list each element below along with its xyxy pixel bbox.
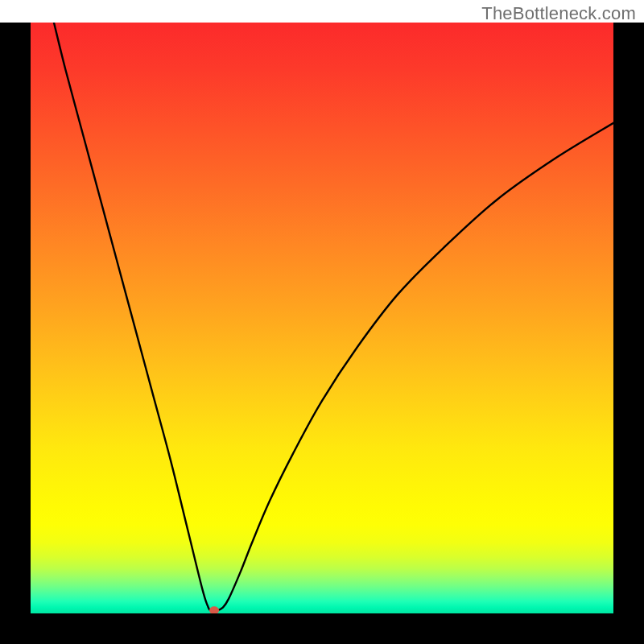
bottleneck-curve [54,23,613,611]
plot-area [31,23,613,613]
curve-layer [31,23,613,613]
optimum-marker [209,606,219,613]
chart-container: TheBottleneck.com [0,0,644,644]
plot-outer-frame [0,23,644,644]
watermark-text: TheBottleneck.com [481,3,636,24]
